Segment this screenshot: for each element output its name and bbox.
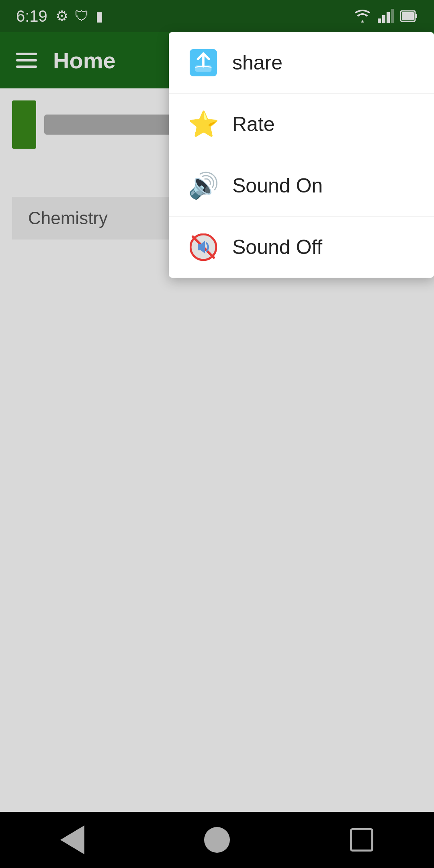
dropdown-menu: share ⭐ Rate 🔊 Sound On Sound Off bbox=[169, 32, 434, 278]
sound-off-label: Sound Off bbox=[232, 235, 322, 259]
share-icon bbox=[189, 48, 218, 77]
star-icon: ⭐ bbox=[189, 110, 218, 139]
dropdown-item-share[interactable]: share bbox=[169, 32, 434, 94]
share-label: share bbox=[232, 51, 283, 74]
dropdown-item-rate[interactable]: ⭐ Rate bbox=[169, 94, 434, 155]
dropdown-item-sound-on[interactable]: 🔊 Sound On bbox=[169, 155, 434, 217]
rate-label: Rate bbox=[232, 113, 275, 136]
sound-on-icon: 🔊 bbox=[189, 171, 218, 200]
sound-on-label: Sound On bbox=[232, 174, 323, 197]
sound-off-icon bbox=[189, 233, 218, 262]
dropdown-item-sound-off[interactable]: Sound Off bbox=[169, 217, 434, 278]
